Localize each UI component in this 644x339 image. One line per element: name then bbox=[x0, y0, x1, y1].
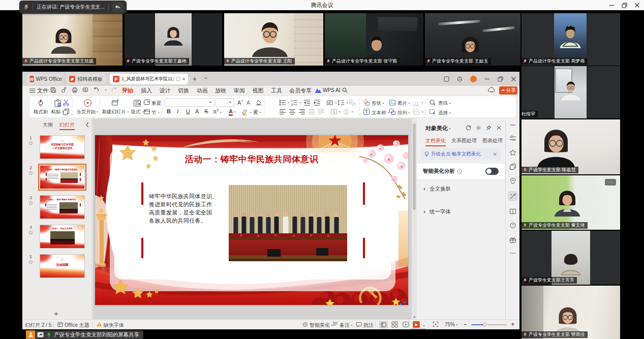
menu-animation[interactable]: 动画 bbox=[193, 87, 211, 95]
zoom-in-button[interactable]: + bbox=[511, 320, 515, 328]
banner-close-icon[interactable]: ✕ bbox=[493, 151, 497, 157]
select-icon[interactable] bbox=[429, 108, 436, 115]
align-right-icon[interactable] bbox=[298, 108, 305, 115]
slide-body-text[interactable]: 铸牢中华民族共同体意识、 推进新时代党的民族工作 高质量发展，是全党全国 各族人… bbox=[149, 192, 218, 225]
columns-icon[interactable] bbox=[330, 108, 338, 115]
align-center-icon[interactable] bbox=[289, 108, 296, 115]
notes-book-icon[interactable] bbox=[509, 208, 516, 215]
convert-smartart-icon[interactable] bbox=[349, 99, 356, 106]
picture-label[interactable]: 图片 bbox=[397, 100, 410, 107]
wps-restore-icon[interactable] bbox=[498, 76, 503, 82]
slideshow-play-button[interactable] bbox=[413, 321, 420, 328]
cloud-sync-icon[interactable] bbox=[488, 87, 496, 93]
menu-insert[interactable]: 插入 bbox=[137, 87, 156, 95]
font-family-select[interactable] bbox=[165, 98, 214, 107]
align-justify-icon[interactable] bbox=[308, 108, 315, 115]
print-preview-icon[interactable] bbox=[82, 87, 88, 93]
tab-template-doc[interactable]: 招聘表模板 bbox=[66, 74, 106, 84]
smart-beautify-label[interactable]: 智能美化 bbox=[310, 322, 333, 329]
strike-button[interactable]: S bbox=[204, 108, 208, 114]
arrange-label[interactable]: 排列 bbox=[397, 110, 410, 116]
slide-photo[interactable] bbox=[229, 185, 347, 261]
star-icon[interactable] bbox=[28, 260, 33, 264]
print-icon[interactable] bbox=[72, 87, 78, 93]
screen-share-bar[interactable]: 产设专业学生党支部刘阳的屏幕共享 bbox=[26, 330, 143, 339]
align-left-icon[interactable] bbox=[279, 108, 286, 115]
beautify-wand-icon[interactable] bbox=[509, 193, 516, 200]
slide-canvas[interactable]: 活动一：铸牢中华民族共同体意识 铸牢中华民族共同体意识、 推进新时代党的民族工作… bbox=[95, 135, 408, 305]
notes-label[interactable]: 备注 bbox=[340, 322, 353, 329]
effects-star-icon[interactable] bbox=[509, 149, 516, 156]
video-tile[interactable]: 产设专业学生党支部 暨雨佳 bbox=[522, 286, 620, 339]
zoom-level[interactable]: 75% bbox=[445, 322, 458, 327]
bullet-list-icon[interactable] bbox=[279, 99, 286, 106]
menu-view[interactable]: 视图 bbox=[249, 87, 267, 95]
shapes-icon[interactable] bbox=[363, 99, 370, 106]
chart-icon-disabled[interactable] bbox=[413, 99, 420, 106]
pane-tab-chart[interactable]: 图表处理 bbox=[482, 137, 503, 144]
menu-design[interactable]: 设计 bbox=[156, 87, 174, 95]
task-pane-title[interactable]: 对象美化 bbox=[425, 125, 451, 132]
increase-indent-icon[interactable] bbox=[314, 99, 321, 106]
undo-icon[interactable] bbox=[93, 87, 99, 93]
tab-active-document[interactable]: P 1_风景园林与艺术学院11月主 bbox=[110, 74, 188, 84]
reset-icon[interactable] bbox=[143, 99, 150, 106]
reading-view-icon[interactable] bbox=[403, 321, 409, 328]
merge-icon-disabled[interactable] bbox=[413, 108, 420, 115]
tab-slides[interactable]: 幻灯片 bbox=[59, 121, 75, 129]
share-button[interactable]: 分享 bbox=[499, 86, 517, 95]
play-caret-icon[interactable] bbox=[422, 323, 425, 328]
pane-tab-doc-beautify[interactable]: 文档美化 bbox=[425, 137, 446, 144]
add-slide-button[interactable]: + bbox=[54, 309, 58, 318]
member-upgrade-banner[interactable]: 升级会员 畅享文档美化 ✕ bbox=[421, 148, 501, 160]
member-list-icon[interactable] bbox=[26, 330, 35, 339]
comment-icon[interactable] bbox=[356, 322, 362, 327]
video-tile[interactable]: ... 产设专业学生党支部 黄文琦 bbox=[522, 175, 620, 230]
missing-font-label[interactable]: 缺失字体 bbox=[104, 322, 124, 329]
comment-label[interactable]: 批注 bbox=[363, 322, 374, 329]
properties-icon[interactable] bbox=[509, 135, 516, 142]
arrange-icon[interactable] bbox=[389, 108, 396, 115]
textbox-icon[interactable] bbox=[363, 108, 370, 115]
pane-close-icon[interactable] bbox=[496, 125, 502, 131]
paragraph-settings-icon[interactable] bbox=[343, 108, 350, 115]
menu-home[interactable]: 开始 bbox=[118, 87, 137, 95]
full-skin-item[interactable]: 全文换肤 bbox=[424, 186, 451, 193]
video-tile[interactable]: 杜指宇 bbox=[522, 66, 620, 118]
speaking-banner[interactable]: 正在讲话: 产设专业学生党支... bbox=[19, 1, 127, 14]
restore-meeting-button[interactable] bbox=[112, 2, 124, 12]
decrease-indent-icon[interactable] bbox=[303, 99, 311, 106]
number-list-icon[interactable] bbox=[291, 99, 298, 106]
video-tile[interactable]: 产品设计专业学生党支部 张守殿 bbox=[325, 13, 423, 66]
star-icon[interactable] bbox=[28, 201, 33, 205]
canvas-scrollbar[interactable]: ▲ bbox=[412, 118, 417, 319]
theme-icon[interactable] bbox=[57, 322, 63, 327]
italic-button[interactable]: I bbox=[177, 108, 178, 114]
screen-share-icon[interactable] bbox=[37, 332, 44, 337]
decrease-font-button[interactable]: A- bbox=[247, 99, 252, 106]
video-tile[interactable]: 产品设计学生党支部 周梦瑶 bbox=[522, 13, 620, 66]
help-icon[interactable] bbox=[509, 222, 516, 229]
redo-icon[interactable] bbox=[111, 87, 117, 93]
textbox-label[interactable]: 文本框 bbox=[372, 110, 389, 116]
pane-settings-icon[interactable] bbox=[476, 125, 481, 131]
pane-pin-icon[interactable] bbox=[486, 125, 492, 131]
new-tab-button[interactable]: + bbox=[193, 75, 197, 83]
star-icon[interactable] bbox=[28, 171, 33, 175]
star-icon[interactable] bbox=[28, 141, 33, 145]
clear-format-icon[interactable] bbox=[255, 99, 262, 106]
font-color-button[interactable]: A bbox=[229, 108, 236, 114]
format-painter-button[interactable]: 格式刷 bbox=[29, 98, 52, 115]
minimize-icon[interactable] bbox=[609, 3, 615, 8]
bold-button[interactable]: B bbox=[167, 108, 171, 114]
scrollbar-arrow-icon[interactable]: ▲ bbox=[413, 315, 416, 318]
video-tile[interactable]: 产品设计专业学生党支部王欣妮 bbox=[22, 13, 122, 66]
zoom-out-button[interactable]: − bbox=[464, 321, 467, 328]
save-icon[interactable] bbox=[50, 87, 56, 93]
tile-more-button[interactable]: ... bbox=[605, 179, 616, 186]
layers-icon[interactable] bbox=[509, 163, 516, 170]
section-label[interactable]: 节 bbox=[151, 110, 160, 116]
file-menu[interactable]: 文件 bbox=[29, 87, 48, 95]
wps-minimize-icon[interactable] bbox=[484, 76, 490, 82]
strip-more-icon[interactable] bbox=[509, 250, 516, 257]
